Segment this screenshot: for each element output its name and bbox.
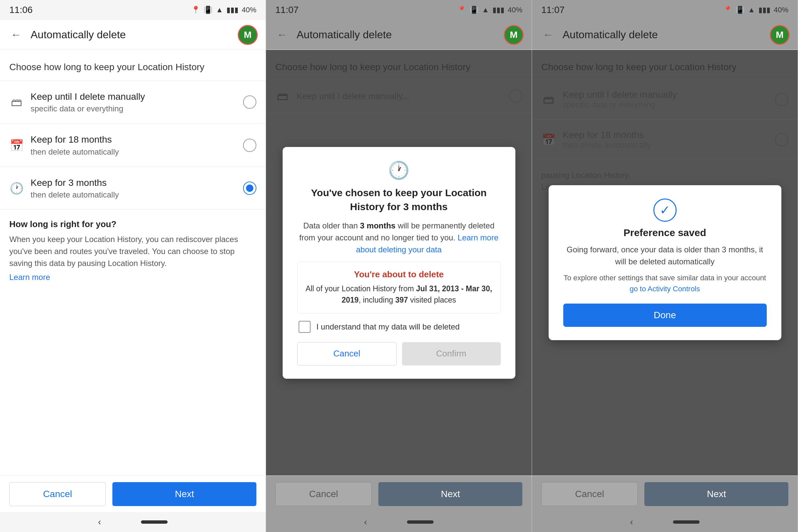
option-row-manual-1[interactable]: 🗃 Keep until I delete manually specific … (0, 81, 266, 124)
dialog-warning-title: You're about to delete (306, 269, 492, 280)
cancel-button-3[interactable]: Cancel (541, 482, 638, 506)
dialog-clock-icon: 🕐 (388, 160, 410, 180)
option-title-3mo-1: Keep for 3 months (31, 177, 236, 189)
nav-back-2[interactable]: ‹ (364, 517, 367, 527)
nav-home-3: ‹ (532, 512, 798, 532)
top-bar-1: ← Automatically delete M (0, 20, 266, 50)
screen-content-1: Choose how long to keep your Location Hi… (0, 50, 266, 475)
vibrate-icon-1: 📳 (204, 6, 212, 14)
info-body-1: When you keep your Location History, you… (9, 233, 256, 269)
pref-saved-sub: To explore other settings that save simi… (563, 272, 767, 294)
signal-icon-1: ▮▮▮ (226, 6, 239, 14)
next-button-1[interactable]: Next (112, 482, 256, 506)
section-title-1: Choose how long to keep your Location Hi… (0, 50, 266, 81)
nav-dot-2 (407, 520, 434, 524)
panel-1: 11:06 📍 📳 ▲ ▮▮▮ 40% ← Automatically dele… (0, 0, 266, 532)
status-icons-3: 📍 📳 ▲ ▮▮▮ 40% (723, 6, 788, 14)
option-row-18mo-1[interactable]: 📅 Keep for 18 months then delete automat… (0, 124, 266, 167)
page-title-3: Automatically delete (563, 28, 763, 41)
battery-2: 40% (508, 6, 522, 14)
page-title-2: Automatically delete (297, 28, 497, 41)
done-button[interactable]: Done (563, 304, 767, 327)
screen-inner-2: Choose how long to keep your Location Hi… (266, 50, 532, 475)
avatar-3[interactable]: M (770, 25, 790, 45)
status-bar-3: 11:07 📍 📳 ▲ ▮▮▮ 40% (532, 0, 798, 20)
wifi-icon-3: ▲ (748, 6, 755, 14)
radio-inner-3mo-1 (246, 185, 253, 192)
vibrate-icon-2: 📳 (470, 6, 478, 14)
info-section-1: How long is right for you? When you keep… (0, 210, 266, 475)
dialog-title: You've chosen to keep your Location Hist… (297, 186, 501, 214)
bottom-bar-2: Cancel Next (266, 475, 532, 512)
status-time-2: 11:07 (275, 5, 299, 15)
status-bar-2: 11:07 📍 📳 ▲ ▮▮▮ 40% (266, 0, 532, 20)
avatar-2[interactable]: M (504, 25, 524, 45)
location-icon-3: 📍 (723, 6, 732, 14)
pref-dialog-overlay: ✓ Preference saved Going forward, once y… (532, 50, 798, 475)
briefcase-icon-1: 🗃 (9, 96, 24, 109)
battery-3: 40% (774, 6, 788, 14)
option-sub-manual-1: specific data or everything (31, 104, 236, 113)
wifi-icon-2: ▲ (482, 6, 489, 14)
nav-dot-1 (141, 520, 168, 524)
pref-check-circle: ✓ (653, 198, 677, 222)
panel-2: 11:07 📍 📳 ▲ ▮▮▮ 40% ← Automatically dele… (266, 0, 532, 532)
radio-manual-1[interactable] (243, 95, 256, 109)
panel-3: 11:07 📍 📳 ▲ ▮▮▮ 40% ← Automatically dele… (532, 0, 798, 532)
bottom-bar-3: Cancel Next (532, 475, 798, 512)
status-time-1: 11:06 (9, 5, 33, 15)
pref-saved-title: Preference saved (563, 227, 767, 239)
nav-back-3[interactable]: ‹ (630, 517, 633, 527)
option-title-manual-1: Keep until I delete manually (31, 91, 236, 103)
status-icons-2: 📍 📳 ▲ ▮▮▮ 40% (457, 6, 522, 14)
battery-1: 40% (242, 6, 256, 14)
dialog-cancel-button[interactable]: Cancel (297, 342, 397, 365)
option-title-18mo-1: Keep for 18 months (31, 134, 236, 146)
info-title-1: How long is right for you? (9, 219, 256, 229)
preference-saved-dialog: ✓ Preference saved Going forward, once y… (549, 185, 781, 340)
radio-18mo-1[interactable] (243, 139, 256, 152)
next-button-2[interactable]: Next (378, 482, 522, 506)
confirm-dialog: 🕐 You've chosen to keep your Location Hi… (283, 147, 515, 379)
signal-icon-2: ▮▮▮ (492, 6, 505, 14)
calendar-icon-1: 📅 (9, 139, 24, 152)
nav-back-1[interactable]: ‹ (98, 517, 101, 527)
wifi-icon-1: ▲ (216, 6, 223, 14)
signal-icon-3: ▮▮▮ (758, 6, 771, 14)
top-bar-2: ← Automatically delete M (266, 20, 532, 50)
option-sub-3mo-1: then delete automatically (31, 190, 236, 200)
nav-home-2: ‹ (266, 512, 532, 532)
dialog-warning-box: You're about to delete All of your Locat… (297, 262, 501, 314)
back-button-2[interactable]: ← (274, 26, 290, 43)
dialog-warning-text: All of your Location History from Jul 31… (306, 283, 492, 306)
checkmark-icon: ✓ (660, 203, 670, 217)
understand-checkbox[interactable] (299, 321, 310, 333)
understand-label: I understand that my data will be delete… (317, 322, 460, 331)
avatar-1[interactable]: M (238, 25, 258, 45)
back-button-1[interactable]: ← (8, 26, 24, 43)
cancel-button-2[interactable]: Cancel (275, 482, 372, 506)
back-button-3[interactable]: ← (540, 26, 556, 43)
dialog-checkbox-row: I understand that my data will be delete… (297, 321, 501, 333)
location-icon-2: 📍 (457, 6, 466, 14)
screen-inner-3: Choose how long to keep your Location Hi… (532, 50, 798, 475)
next-button-3[interactable]: Next (644, 482, 788, 506)
dialog-btn-row: Cancel Confirm (297, 342, 501, 365)
location-icon-1: 📍 (191, 6, 200, 14)
learn-more-link-1[interactable]: Learn more (9, 273, 256, 282)
status-time-3: 11:07 (541, 5, 565, 15)
status-bar-1: 11:06 📍 📳 ▲ ▮▮▮ 40% (0, 0, 266, 20)
dialog-overlay-2: 🕐 You've chosen to keep your Location Hi… (266, 50, 532, 475)
dialog-confirm-button[interactable]: Confirm (402, 342, 501, 365)
option-sub-18mo-1: then delete automatically (31, 147, 236, 157)
option-row-3mo-1[interactable]: 🕐 Keep for 3 months then delete automati… (0, 167, 266, 210)
page-title-1: Automatically delete (31, 28, 231, 41)
bottom-bar-1: Cancel Next (0, 475, 266, 512)
dialog-body: Data older than 3 months will be permane… (297, 220, 501, 256)
clock-icon-1: 🕐 (9, 182, 24, 195)
status-icons-1: 📍 📳 ▲ ▮▮▮ 40% (191, 6, 256, 14)
activity-controls-link[interactable]: go to Activity Controls (630, 285, 700, 293)
vibrate-icon-3: 📳 (736, 6, 744, 14)
cancel-button-1[interactable]: Cancel (9, 482, 106, 506)
radio-3mo-1[interactable] (243, 182, 256, 195)
